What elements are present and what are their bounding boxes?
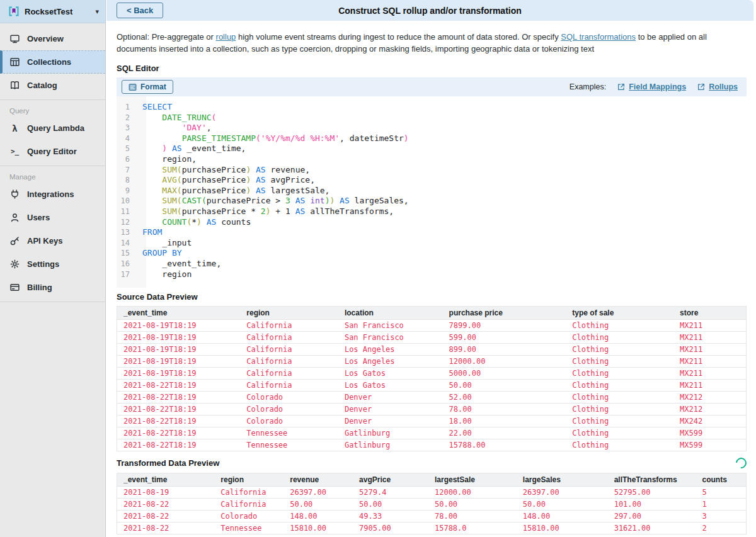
table-cell: 15788.0	[428, 523, 517, 534]
field-mappings-link[interactable]: Field Mappings	[617, 82, 686, 91]
code-text: _event_time,	[138, 259, 221, 269]
examples-label: Examples:	[570, 82, 606, 91]
table-cell: Gatlinburg	[338, 439, 443, 451]
sidebar-item-query-editor[interactable]: >_ Query Editor	[0, 140, 105, 163]
page-header: Construct SQL rollup and/or transformati…	[106, 0, 753, 21]
column-header: type of sale	[566, 307, 673, 320]
column-header: revenue	[284, 473, 353, 487]
column-header: location	[338, 307, 443, 320]
code-line: 13FROM	[117, 227, 747, 238]
table-cell: 3	[696, 511, 747, 523]
table-cell: 12000.00	[428, 487, 517, 499]
table-cell: MX242	[673, 415, 746, 427]
table-cell: Clothing	[566, 380, 673, 392]
table-cell: California	[240, 332, 338, 344]
code-line: 7 SUM(purchasePrice) AS revenue,	[117, 165, 747, 176]
table-cell: MX211	[673, 320, 746, 332]
column-header: largestSale	[428, 473, 517, 487]
line-number: 4	[117, 133, 138, 144]
sidebar-item-integrations[interactable]: Integrations	[0, 183, 105, 206]
code-line: 1SELECT	[117, 102, 747, 113]
table-cell: 2021-08-19	[117, 487, 215, 499]
sidebar-group-manage: Manage	[0, 169, 105, 183]
link-label: Field Mappings	[629, 82, 686, 91]
table-row: 2021-08-19T18:19CaliforniaSan Francisco7…	[117, 320, 747, 332]
table-cell: Colorado	[240, 415, 338, 427]
line-number: 10	[117, 196, 138, 206]
table-cell: 2021-08-19T18:19	[117, 332, 241, 344]
table-header-row: _event_timeregionrevenueavgPricelargestS…	[117, 473, 747, 487]
code-line: 15GROUP BY	[117, 248, 747, 259]
table-cell: MX599	[673, 427, 746, 439]
code-text: AVG(purchasePrice) AS avgPrice,	[138, 175, 315, 186]
table-cell: 50.00	[517, 499, 608, 511]
table-row: 2021-08-19T18:19CaliforniaLos Gatos5000.…	[117, 368, 747, 380]
code-text: ) AS _event_time,	[138, 144, 246, 154]
sidebar-divider	[0, 166, 105, 166]
transformed-data-table: _event_timeregionrevenueavgPricelargestS…	[117, 473, 747, 534]
back-button[interactable]: < Back	[117, 3, 163, 18]
line-number: 15	[117, 248, 138, 259]
credit-card-icon	[9, 282, 20, 293]
external-link-icon	[697, 82, 706, 91]
column-header: _event_time	[117, 307, 241, 320]
table-cell: MX211	[673, 356, 746, 368]
sidebar-item-label: Collections	[27, 57, 71, 67]
column-header: _event_time	[117, 473, 215, 487]
table-cell: 2021-08-22	[117, 523, 215, 534]
table-cell: San Francisco	[338, 320, 443, 332]
rollup-link[interactable]: rollup	[216, 32, 236, 42]
code-text: region	[138, 269, 192, 280]
table-cell: Clothing	[566, 332, 673, 344]
table-row: 2021-08-22T18:19TennesseeGatlinburg15788…	[117, 439, 747, 451]
table-cell: Los Angeles	[338, 356, 443, 368]
table-cell: 7905.00	[353, 523, 428, 534]
plug-icon	[9, 189, 20, 200]
table-row: 2021-08-22Tennessee15810.007905.0015788.…	[117, 523, 747, 534]
column-header: avgPrice	[353, 473, 428, 487]
table-cell: Los Gatos	[338, 368, 443, 380]
transformed-preview-title: Transformed Data Preview	[117, 458, 219, 468]
code-line: 14 _input	[117, 238, 747, 249]
line-number: 13	[117, 227, 138, 238]
table-cell: Los Gatos	[338, 380, 443, 392]
org-switcher[interactable]: RocksetTest ▾	[0, 0, 105, 23]
sidebar-item-api-keys[interactable]: API Keys	[0, 229, 105, 252]
rollups-link[interactable]: Rollups	[697, 82, 738, 91]
table-cell: Gatlinburg	[338, 427, 443, 439]
sidebar-item-billing[interactable]: Billing	[0, 276, 105, 299]
editor-toolbar: Format Examples: Field Mappings Rollups	[117, 77, 747, 96]
table-row: 2021-08-22T18:19TennesseeGatlinburg22.00…	[117, 427, 747, 439]
sidebar-item-users[interactable]: Users	[0, 206, 105, 229]
line-number: 6	[117, 154, 138, 165]
table-header-row: _event_timeregionlocationpurchase pricet…	[117, 307, 747, 320]
monitor-icon	[9, 33, 20, 44]
table-cell: 2021-08-22T18:19	[117, 380, 241, 392]
terminal-icon: >_	[9, 146, 20, 157]
table-cell: 297.00	[608, 511, 696, 523]
table-row: 2021-08-22Colorado148.0049.3378.00148.00…	[117, 511, 747, 523]
table-cell: Colorado	[240, 392, 338, 404]
lambda-icon: λ	[9, 123, 20, 133]
sidebar-item-catalog[interactable]: Catalog	[0, 74, 105, 97]
sidebar-item-collections[interactable]: Collections	[0, 50, 105, 74]
code-text: MAX(purchasePrice) AS largestSale,	[138, 186, 329, 196]
page-title: Construct SQL rollup and/or transformati…	[106, 6, 753, 16]
code-line: 12 COUNT(*) AS counts	[117, 217, 747, 228]
intro-text: Optional: Pre-aggregate or rollup high v…	[106, 21, 756, 55]
sidebar-item-overview[interactable]: Overview	[0, 27, 105, 50]
sql-transformations-link[interactable]: SQL transformations	[561, 32, 636, 42]
sidebar-item-query-lambda[interactable]: λ Query Lambda	[0, 116, 105, 140]
table-cell: Clothing	[566, 344, 673, 356]
code-text: SUM(purchasePrice) AS revenue,	[138, 165, 310, 176]
sidebar-item-label: Integrations	[27, 189, 74, 199]
code-text: COUNT(*) AS counts	[138, 217, 251, 228]
format-button[interactable]: Format	[122, 80, 173, 94]
code-editor[interactable]: 1SELECT2 DATE_TRUNC(3 'DAY',4 PARSE_TIME…	[117, 96, 747, 288]
column-header: purchase price	[443, 307, 566, 320]
sidebar-item-settings[interactable]: Settings	[0, 252, 105, 276]
table-cell: California	[214, 487, 284, 499]
sidebar-group-query: Query	[0, 103, 105, 116]
table-cell: 78.00	[428, 511, 517, 523]
sidebar-divider	[0, 302, 105, 302]
